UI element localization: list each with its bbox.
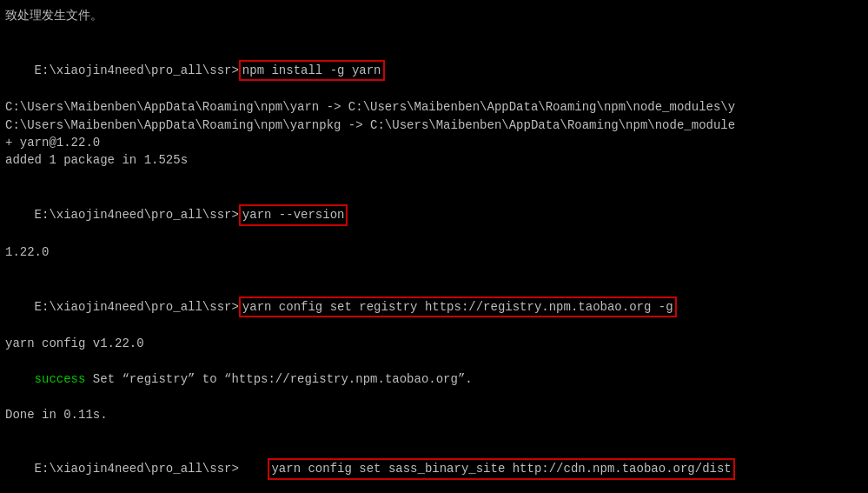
cmd-yarn-version: yarn --version [239,204,348,225]
line-1: 致处理发生文件。 [5,7,863,24]
prompt-3: E:\xiaojin4need\pro_all\ssr> [35,300,239,314]
cmd-npm-install: npm install -g yarn [239,60,385,81]
line-yarn-added: + yarn@1.22.0 [5,134,863,151]
blank-3 [5,261,863,278]
line-done-1: Done in 0.11s. [5,406,863,423]
blank-2 [5,170,863,187]
terminal-window: 致处理发生文件。 E:\xiaojin4need\pro_all\ssr>npm… [0,0,868,493]
line-yarn-path2: C:\Users\Maibenben\AppData\Roaming\npm\y… [5,117,863,134]
cmd-yarn-registry: yarn config set registry https://registr… [239,296,677,317]
line-yarn-pkg-count: added 1 package in 1.525s [5,151,863,169]
line-yarn-version-cmd: E:\xiaojin4need\pro_all\ssr>yarn --versi… [5,187,863,243]
prompt-4: E:\xiaojin4need\pro_all\ssr> [35,462,268,476]
line-yarn-version-out: 1.22.0 [5,243,863,261]
prompt-2: E:\xiaojin4need\pro_all\ssr> [35,208,239,222]
prompt-1: E:\xiaojin4need\pro_all\ssr> [35,63,239,77]
line-npm-install: E:\xiaojin4need\pro_all\ssr>npm install … [5,43,863,99]
line-success-registry: success Set “registry” to “https://regis… [5,353,863,406]
blank-1 [5,24,863,42]
line-yarn-config-v1: yarn config v1.22.0 [5,335,863,352]
line-yarn-sass-cmd: E:\xiaojin4need\pro_all\ssr> yarn config… [5,441,863,493]
line-yarn-path1: C:\Users\Maibenben\AppData\Roaming\npm\y… [5,98,863,116]
success-label-1: success [35,372,86,386]
blank-4 [5,423,863,441]
success-msg-1: Set “registry” to “https://registry.npm.… [85,372,472,386]
line-yarn-registry-cmd: E:\xiaojin4need\pro_all\ssr>yarn config … [5,278,863,335]
cmd-yarn-sass: yarn config set sass_binary_site http://… [268,458,734,479]
